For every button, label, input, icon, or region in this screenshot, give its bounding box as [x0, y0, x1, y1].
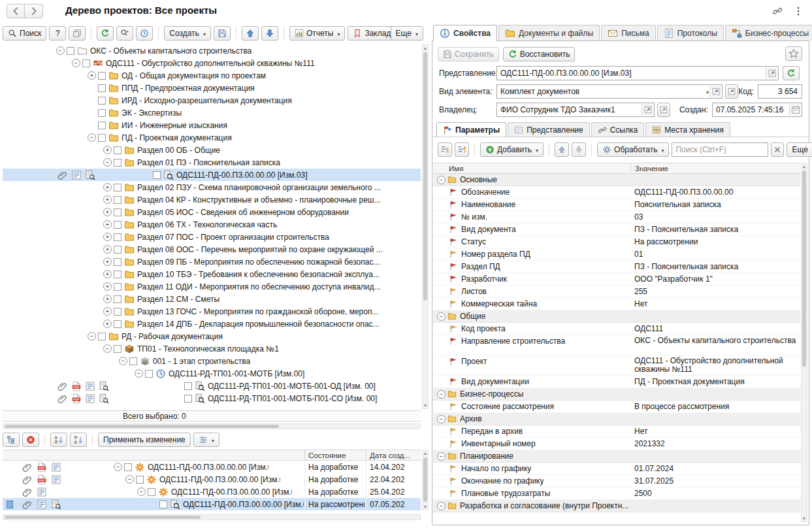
- chevron-down-icon[interactable]: [705, 87, 709, 96]
- help-button[interactable]: ?: [49, 26, 66, 41]
- node-checkbox[interactable]: [159, 501, 167, 508]
- node-checkbox[interactable]: [114, 146, 122, 154]
- param-group-row[interactable]: −Общие: [433, 310, 800, 323]
- get-link-button[interactable]: [770, 4, 785, 18]
- param-row[interactable]: Листов255: [433, 286, 800, 298]
- collapse-icon[interactable]: −: [437, 176, 446, 184]
- refresh-representation-button[interactable]: [783, 66, 800, 80]
- param-value[interactable]: ПЗ - Пояснительная записка: [630, 223, 798, 235]
- tree-row[interactable]: ИИ - Инженерные изыскания: [3, 119, 421, 131]
- search-button[interactable]: Поиск: [3, 26, 46, 41]
- tree-row[interactable]: +Раздел 06 ТХ - Технологическая часть: [3, 218, 421, 231]
- param-value[interactable]: 01.07.2024: [630, 463, 798, 474]
- tree-row[interactable]: +Раздел 07 ПОС - Проект организации стро…: [3, 231, 421, 243]
- tree-row[interactable]: ППД - Предпроектная документация: [3, 82, 421, 94]
- tree-row[interactable]: +Раздел 11 ОДИ - Мероприятия по обеспече…: [3, 280, 421, 293]
- save-button[interactable]: Сохранить: [438, 47, 499, 61]
- tree-row[interactable]: −РД - Рабочая документация: [3, 330, 421, 342]
- created-field[interactable]: 07.05.2025 7:45:16: [712, 103, 802, 117]
- sort-desc-button[interactable]: ЯА: [70, 433, 87, 447]
- param-value[interactable]: В процессе рассмотрения: [630, 401, 798, 412]
- params-search-input[interactable]: [672, 142, 768, 157]
- collapse-icon[interactable]: −: [114, 463, 122, 471]
- tree-row[interactable]: −ОДС111 - Обустройство дополнительной ск…: [3, 57, 421, 69]
- open-button[interactable]: [766, 67, 777, 79]
- open-kind-button[interactable]: [725, 84, 738, 99]
- param-row[interactable]: Инвентарный номер2021332: [433, 438, 800, 450]
- collapse-icon[interactable]: −: [103, 158, 112, 167]
- open-button[interactable]: [709, 86, 721, 97]
- element-kind-select[interactable]: Комплект документов: [496, 84, 723, 99]
- refresh-button[interactable]: [97, 26, 114, 41]
- node-checkbox[interactable]: [98, 109, 106, 117]
- collapse-icon[interactable]: −: [437, 502, 446, 510]
- node-checkbox[interactable]: [114, 184, 122, 191]
- subtab-flags[interactable]: Параметры: [436, 122, 506, 137]
- tree-row[interactable]: ОДС111-ПД-00.ПЗ.00.00.00 [Изм.03]: [3, 169, 421, 181]
- param-value[interactable]: 31.07.2025: [630, 475, 798, 487]
- node-checkbox[interactable]: [114, 246, 122, 254]
- tree-row[interactable]: +Раздел 00 ОБ - Общие: [3, 144, 421, 156]
- node-checkbox[interactable]: [114, 208, 122, 216]
- param-group-row[interactable]: −Архив: [433, 413, 800, 425]
- param-value[interactable]: 03: [630, 211, 798, 223]
- node-checkbox[interactable]: [184, 395, 192, 403]
- node-checkbox[interactable]: [124, 463, 132, 471]
- scroll-down-icon[interactable]: ▼: [802, 516, 807, 521]
- param-row[interactable]: Направление строительстваОКС - Объекты к…: [433, 335, 800, 355]
- node-checkbox[interactable]: [98, 84, 106, 92]
- collapse-icon[interactable]: −: [88, 133, 96, 142]
- restore-order-button[interactable]: [455, 142, 469, 157]
- param-group-row[interactable]: −Разработка и согласование (внутри Проек…: [433, 500, 800, 512]
- param-value[interactable]: ПЗ - Пояснительная записка: [630, 261, 798, 272]
- collapse-icon[interactable]: −: [119, 357, 127, 365]
- node-checkbox[interactable]: [145, 370, 153, 378]
- node-checkbox[interactable]: [114, 221, 122, 229]
- column-header-value[interactable]: Значение: [630, 163, 668, 173]
- params-vertical-scrollbar[interactable]: ▲ ▼: [801, 163, 807, 522]
- param-group-row[interactable]: −Бизнес-процессы: [433, 388, 800, 401]
- version-row[interactable]: PDF−ОДС111-ПД-00.ПЗ.00.00.00 [Изм.00]На …: [3, 461, 421, 473]
- open-in-window-button[interactable]: [69, 26, 86, 41]
- param-value[interactable]: ПД - Проектная документация: [630, 376, 798, 388]
- tree-row[interactable]: ЭК - Экспертизы: [3, 107, 421, 119]
- collapse-icon[interactable]: −: [135, 369, 143, 378]
- move-up-button[interactable]: [242, 26, 259, 41]
- node-checkbox[interactable]: [114, 258, 122, 266]
- node-checkbox[interactable]: [129, 357, 137, 365]
- node-checkbox[interactable]: [114, 233, 122, 241]
- param-value[interactable]: ООО "Разработчик 1": [630, 273, 798, 285]
- clear-search-button[interactable]: [771, 142, 784, 157]
- tree-row[interactable]: +Раздел 04 КР - Конструктивные и объемно…: [3, 193, 421, 206]
- tree-row[interactable]: +Раздел 02 ПЗУ - Схема планировочной орг…: [3, 181, 421, 193]
- restore-button[interactable]: Восстановить: [503, 47, 576, 61]
- param-row[interactable]: Начало по графику01.07.2024: [433, 463, 800, 475]
- collapse-icon[interactable]: −: [125, 475, 134, 484]
- params-more-button[interactable]: Еще: [787, 142, 812, 157]
- param-value[interactable]: ОДС111: [630, 323, 798, 335]
- expand-icon[interactable]: +: [103, 245, 112, 254]
- expand-icon[interactable]: +: [103, 183, 112, 191]
- tree-horizontal-scrollbar[interactable]: [3, 423, 421, 429]
- scroll-thumb[interactable]: [423, 52, 427, 301]
- tree-row[interactable]: −001 - 1 этап строительства: [3, 355, 421, 367]
- param-row[interactable]: Передан в архивНет: [433, 425, 800, 438]
- node-checkbox[interactable]: [82, 59, 90, 67]
- tree-row[interactable]: ИРД - Исходно-разрешительная документаци…: [3, 94, 421, 107]
- scroll-up-icon[interactable]: ▲: [423, 450, 428, 456]
- back-button[interactable]: [7, 4, 25, 18]
- open-button[interactable]: [641, 104, 653, 116]
- node-checkbox[interactable]: [98, 97, 106, 105]
- tab-mail[interactable]: Письма: [601, 25, 656, 41]
- expand-icon[interactable]: +: [103, 295, 112, 303]
- param-value[interactable]: Нет: [630, 425, 798, 437]
- tree-row[interactable]: PDFОДС111-РД-ТП01-001-МОТБ-П01-СО [Изм. …: [3, 392, 421, 404]
- param-row[interactable]: Плановые трудозатраты2500: [433, 487, 800, 500]
- collapse-icon[interactable]: −: [137, 487, 146, 496]
- column-header-name[interactable]: Имя: [445, 163, 463, 173]
- param-row[interactable]: Окончание по графику31.07.2025: [433, 475, 800, 487]
- subtab-storage[interactable]: Места хранения: [645, 122, 730, 137]
- node-checkbox[interactable]: [114, 271, 122, 278]
- create-button[interactable]: Создать: [164, 26, 211, 41]
- subtab-view[interactable]: Представление: [508, 122, 590, 137]
